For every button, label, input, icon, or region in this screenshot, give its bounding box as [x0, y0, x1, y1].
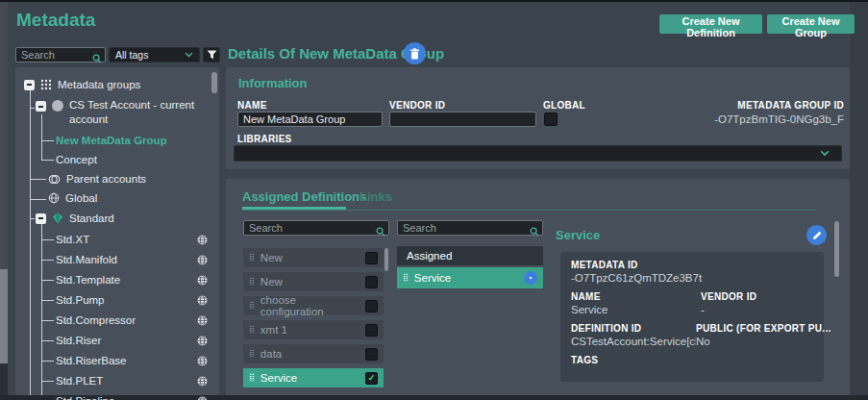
tree-item-std-pipeline[interactable]: Std.Pipeline — [56, 393, 208, 400]
definition-row-choose-configuration[interactable]: ⣿ choose configuration — [243, 296, 384, 315]
definitions-search-input[interactable] — [243, 220, 389, 236]
definition-row-data[interactable]: ⣿ data — [243, 344, 384, 363]
vendor-id-label: VENDOR ID — [701, 291, 756, 302]
chevron-down-icon — [820, 150, 830, 157]
tabs-divider — [242, 210, 816, 211]
drag-handle-icon[interactable]: ⣿ — [249, 374, 255, 382]
tab-links[interactable]: Links — [360, 189, 392, 204]
metadata-id-field: METADATA ID -O7TpzC61zQmTDZe3B7t — [571, 260, 813, 284]
collapse-toggle-icon[interactable] — [36, 213, 46, 224]
definition-label: New — [260, 276, 283, 288]
tree-item-std-compressor[interactable]: Std.Compressor — [56, 312, 208, 328]
tree-item-std-riserbase[interactable]: Std.RiserBase — [56, 353, 208, 368]
definition-checkbox[interactable] — [365, 276, 378, 288]
information-section-title: Information — [238, 76, 308, 90]
drag-handle-icon[interactable]: ⣿ — [249, 326, 255, 334]
create-new-definition-button[interactable]: Create New Definition — [659, 14, 762, 34]
tree-item-global[interactable]: Global — [48, 190, 97, 206]
tree-item-label: Std.Pump — [56, 294, 105, 306]
definition-label: xmt 1 — [260, 324, 287, 336]
filter-button[interactable] — [203, 47, 220, 62]
tree-item-parent-accounts[interactable]: Parent accounts — [48, 171, 146, 187]
globe-icon — [48, 192, 60, 204]
definition-checkbox[interactable] — [365, 348, 378, 361]
tree-item-metadata-groups[interactable]: Metadata groups — [24, 77, 140, 92]
tree-item-std-manifold[interactable]: Std.Manifold — [56, 252, 208, 267]
name-value: Service — [571, 304, 701, 315]
tree-item-label: Std.Pipeline — [56, 395, 114, 400]
tree-connector — [41, 300, 54, 301]
edit-definition-button[interactable] — [806, 225, 827, 245]
drag-handle-icon[interactable]: ⣿ — [249, 278, 255, 286]
drag-handle-icon[interactable]: ⣿ — [403, 274, 409, 282]
tags-label: TAGS — [571, 355, 813, 365]
globe-icon — [197, 376, 208, 387]
tree-item-label: Std.PLET — [56, 375, 103, 387]
vendor-id-field[interactable] — [389, 112, 536, 127]
tags-dropdown-value: All tags — [115, 49, 148, 61]
tree-connector — [30, 179, 46, 180]
left-scrollbar-thumb[interactable] — [0, 269, 8, 363]
tree-item-cs-test-account[interactable]: CS Test Account - current account — [36, 98, 215, 127]
name-field: NAME Service — [571, 291, 701, 315]
assigned-label: Service — [414, 272, 451, 284]
unassign-button[interactable] — [524, 271, 537, 285]
tree-item-std-pump[interactable]: Std.Pump — [56, 292, 208, 308]
public-field: PUBLIC (FOR EXPORT PU... No — [696, 323, 831, 347]
drag-handle-icon[interactable]: ⣿ — [249, 254, 255, 262]
name-vendor-row: NAME Service VENDOR ID - — [571, 291, 813, 323]
tree-item-concept[interactable]: Concept — [56, 152, 97, 167]
definitions-scrollbar-thumb[interactable] — [384, 248, 388, 271]
tags-dropdown[interactable]: All tags — [109, 47, 200, 62]
tree-connector — [30, 218, 35, 219]
tree-scrollbar-thumb[interactable] — [211, 72, 217, 93]
tree-item-std-xt[interactable]: Std.XT — [56, 232, 208, 247]
tree-item-std-template[interactable]: Std.Template — [56, 272, 208, 288]
account-circle-icon — [52, 100, 63, 112]
definition-row-service[interactable]: ⣿ Service — [243, 368, 384, 388]
libraries-dropdown[interactable] — [234, 145, 842, 162]
name-field[interactable] — [237, 112, 383, 127]
metadata-app-window: Metadata Create New Definition Create Ne… — [0, 0, 868, 400]
tree-item-label: Global — [65, 192, 97, 204]
assigned-search-input[interactable] — [397, 220, 543, 236]
tree-item-label: Concept — [56, 154, 97, 165]
collapse-toggle-icon[interactable] — [24, 80, 35, 90]
definition-checkbox[interactable] — [365, 324, 378, 337]
definition-checkbox[interactable] — [365, 300, 378, 312]
drag-handle-icon[interactable]: ⣿ — [249, 350, 255, 358]
name-label: NAME — [237, 100, 267, 111]
detail-card-scrollbar-thumb[interactable] — [834, 221, 839, 277]
assigned-row-service[interactable]: ⣿ Service — [397, 267, 543, 288]
definition-public-row: DEFINITION ID CSTestAccount:Service[choi… — [571, 323, 813, 355]
definition-checkbox[interactable] — [365, 252, 378, 264]
delete-group-button[interactable] — [404, 42, 426, 64]
tags-field: TAGS — [571, 355, 813, 365]
sidebar-search — [15, 47, 106, 62]
tab-assigned-definitions[interactable]: Assigned Definitions — [242, 189, 366, 204]
metadata-group-id-label: METADATA GROUP ID — [714, 100, 844, 111]
definition-row-new-2[interactable]: ⣿ New — [243, 272, 384, 291]
definition-checkbox[interactable] — [365, 372, 378, 385]
tree-item-std-riser[interactable]: Std.Riser — [56, 333, 208, 348]
tree-item-label: Metadata groups — [58, 79, 140, 90]
public-value: No — [696, 336, 831, 347]
tree-item-label: New MetaData Group — [56, 135, 167, 146]
create-new-group-button[interactable]: Create New Group — [767, 14, 855, 34]
grid-icon — [40, 79, 52, 90]
tree-item-new-metadata-group[interactable]: New MetaData Group — [56, 133, 167, 148]
metadata-id-label: METADATA ID — [571, 260, 813, 270]
tree-connector — [30, 89, 31, 395]
drag-handle-icon[interactable]: ⣿ — [249, 302, 255, 310]
minus-icon — [530, 277, 532, 279]
definition-row-xmt-1[interactable]: ⣿ xmt 1 — [243, 320, 384, 339]
tree-item-standard[interactable]: Standard — [36, 211, 114, 226]
collapse-toggle-icon[interactable] — [36, 101, 46, 112]
definition-id-field: DEFINITION ID CSTestAccount:Service[choi… — [571, 323, 696, 347]
information-panel: Information NAME VENDOR ID GLOBAL METADA… — [226, 67, 850, 169]
definition-detail-title: Service — [556, 228, 600, 242]
definition-row-new-1[interactable]: ⣿ New — [243, 248, 384, 267]
name-label: NAME — [571, 291, 701, 302]
tree-item-std-plet[interactable]: Std.PLET — [56, 373, 208, 388]
global-checkbox[interactable] — [544, 112, 558, 126]
